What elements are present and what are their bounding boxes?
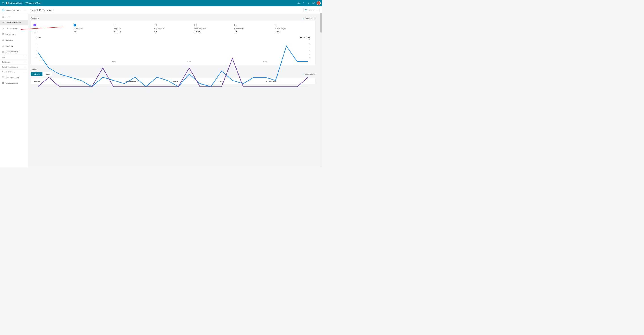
- brand[interactable]: Microsoft Bing Webmaster Tools: [6, 2, 41, 4]
- y-tick-right: 0: [310, 57, 310, 58]
- stat-crawl-requests: Crawl Requests 13.1K: [194, 24, 232, 33]
- page-title: Search Performance: [31, 8, 53, 12]
- sidebar-group-label: SEO: [2, 56, 5, 58]
- sidebar-item-search-performance[interactable]: Search Performance: [0, 20, 28, 26]
- sidebar-item-indexnow[interactable]: IndexNow: [0, 43, 28, 49]
- settings-icon[interactable]: [311, 1, 316, 6]
- stat-checkbox[interactable]: [154, 24, 156, 26]
- download-all-button[interactable]: Download all: [302, 17, 315, 19]
- page-head: Search Performance 3 months: [28, 6, 322, 14]
- sidebar-item-user-management[interactable]: User management: [0, 74, 28, 80]
- x-tick: 28 May: [262, 61, 267, 62]
- stat-checkbox[interactable]: [234, 24, 237, 26]
- sidebar-group-label: Security & Privacy: [2, 71, 15, 73]
- stat-checkbox[interactable]: [194, 24, 196, 26]
- sidebar-item-url-inspection[interactable]: URL Inspection: [0, 26, 28, 31]
- sidebar-item-sitemaps[interactable]: Sitemaps: [0, 37, 28, 43]
- document-icon: [2, 33, 4, 35]
- sidebar-item-label: Microsoft Clarity: [6, 82, 18, 84]
- scrollbar-thumb[interactable]: [320, 12, 322, 33]
- sidebar-group-label: Tools & Enhancements: [2, 66, 18, 68]
- stat-value: 6.8: [154, 30, 192, 33]
- site-selector[interactable]: www.rakyatbicara.id/: [0, 6, 28, 14]
- sidebar-group-tools[interactable]: Tools & Enhancements: [0, 64, 28, 69]
- topbar: Microsoft Bing Webmaster Tools E: [0, 0, 322, 6]
- gear-icon: [2, 45, 4, 47]
- date-range-select[interactable]: 3 months: [304, 8, 319, 12]
- y-tick-left: 5: [36, 39, 36, 40]
- svg-point-2: [4, 2, 4, 3]
- stat-checkbox[interactable]: [274, 24, 277, 26]
- svg-point-5: [4, 3, 4, 3]
- feedback-icon[interactable]: [306, 1, 311, 6]
- avatar[interactable]: E: [317, 1, 321, 5]
- sidebar-item-label: IndexNow: [6, 45, 13, 47]
- avatar-letter: E: [318, 2, 319, 4]
- stat-indexed-pages: Indexed Pages 1.6K: [274, 24, 312, 33]
- sidebar-item-clarity[interactable]: Microsoft Clarity: [0, 80, 28, 86]
- sidebar-group-security[interactable]: Security & Privacy: [0, 69, 28, 74]
- svg-rect-11: [6, 3, 8, 4]
- search-icon: [2, 28, 4, 30]
- svg-rect-12: [8, 3, 8, 4]
- stat-impressions: Impressions 73: [74, 24, 112, 33]
- stat-label: Crawl Errors: [234, 28, 272, 30]
- svg-rect-19: [3, 39, 3, 40]
- y-tick-right: 3: [310, 53, 310, 55]
- brand-separator: [24, 2, 24, 4]
- chart-left-label: Clicks: [36, 36, 41, 38]
- stat-label: Indexed Pages: [274, 28, 312, 30]
- stat-checkbox[interactable]: [34, 24, 36, 26]
- sidebar-item-home[interactable]: Home: [0, 14, 28, 20]
- globe-icon: [2, 9, 5, 12]
- svg-point-13: [304, 4, 304, 4]
- sidebar-group-configuration[interactable]: Configuration: [0, 60, 28, 64]
- trend-icon: [2, 22, 4, 24]
- users-icon: [2, 76, 4, 78]
- calendar-icon: [305, 9, 307, 11]
- chart: Clicks Impressions 012345 03691215 14 Ma…: [34, 36, 312, 62]
- stat-label: Impressions: [74, 28, 112, 30]
- chart-lines: [38, 40, 308, 87]
- sidebar-group-seo[interactable]: SEO: [0, 54, 28, 60]
- sidebar-item-label: Search Performance: [6, 22, 21, 24]
- notifications-icon[interactable]: [296, 1, 301, 6]
- download-all-label: Download all: [305, 17, 315, 19]
- download-icon: [302, 17, 304, 19]
- svg-point-4: [3, 3, 4, 3]
- svg-point-1: [3, 2, 4, 3]
- svg-rect-9: [6, 2, 8, 3]
- sidebar-group-label: Configuration: [2, 61, 12, 63]
- y-tick-right: 12: [309, 42, 310, 44]
- svg-rect-10: [8, 2, 8, 3]
- stat-label: Avg. CTR: [114, 28, 152, 30]
- app-launcher-icon[interactable]: [1, 1, 5, 5]
- svg-point-24: [2, 76, 3, 77]
- y-tick-left: 3: [36, 46, 36, 48]
- home-icon: [2, 16, 4, 18]
- stat-avg-ctr: Avg. CTR 13.7%: [114, 24, 152, 33]
- scrollbar[interactable]: [320, 12, 322, 168]
- svg-point-26: [3, 83, 3, 84]
- svg-point-14: [308, 2, 310, 4]
- brand-main: Microsoft Bing: [10, 2, 22, 4]
- sidebar-item-site-explorer[interactable]: Site Explorer: [0, 31, 28, 37]
- stats-row: Clicks 10 Impressions 73 Avg. CTR 13.7% …: [34, 24, 312, 33]
- y-tick-left: 0: [36, 57, 36, 58]
- stat-value: 31: [234, 30, 272, 33]
- stat-checkbox[interactable]: [114, 24, 116, 26]
- sidebar-item-label: User management: [6, 76, 20, 78]
- stat-checkbox[interactable]: [74, 24, 76, 26]
- svg-point-17: [2, 28, 3, 29]
- stat-value: 73: [74, 30, 112, 33]
- help-icon[interactable]: [301, 1, 306, 6]
- sidebar-item-url-submission[interactable]: URL Submission: [0, 49, 28, 54]
- stat-label: Clicks: [34, 28, 72, 30]
- svg-point-6: [2, 4, 3, 4]
- main-content: Search Performance 3 months Overview Dow…: [28, 6, 322, 168]
- sitemap-icon: [2, 39, 4, 41]
- chevron-down-icon: [24, 66, 26, 68]
- chevron-down-icon: [24, 61, 26, 63]
- stat-avg-position: Avg. Position 6.8: [154, 24, 192, 33]
- svg-rect-27: [305, 10, 307, 11]
